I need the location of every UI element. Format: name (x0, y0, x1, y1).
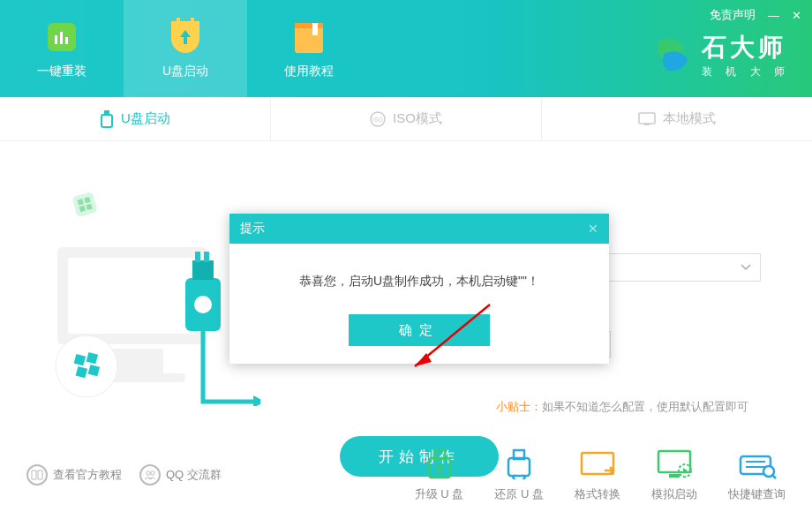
tip-label: 小贴士： (496, 400, 542, 413)
svg-text:ISO: ISO (372, 117, 384, 123)
usb-icon (100, 110, 114, 128)
usb-up-icon (420, 448, 459, 479)
svg-rect-16 (68, 258, 197, 334)
svg-rect-4 (177, 18, 180, 23)
book-icon (289, 18, 328, 56)
svg-rect-32 (204, 252, 209, 262)
subtab-usb[interactable]: U盘启动 (0, 97, 271, 140)
svg-marker-34 (253, 395, 260, 406)
tab-reinstall[interactable]: 一键重装 (0, 0, 124, 97)
link-label: 查看官方教程 (53, 467, 122, 483)
chevron-down-icon (741, 264, 751, 271)
action-format-convert[interactable]: 格式转换 (575, 448, 620, 502)
svg-rect-10 (102, 115, 112, 127)
disc-icon: ISO (370, 111, 386, 127)
subtab-label: 本地模式 (663, 110, 716, 127)
dialog-close-button[interactable]: ✕ (588, 222, 598, 236)
svg-point-33 (194, 296, 212, 313)
svg-rect-8 (312, 23, 318, 35)
book-open-icon (26, 464, 48, 486)
svg-rect-31 (195, 252, 200, 262)
action-simulate-boot[interactable]: 模拟启动 (651, 448, 697, 502)
dialog-titlebar: 提示 ✕ (229, 214, 609, 244)
link-label: QQ 交流群 (166, 467, 222, 483)
svg-rect-30 (192, 260, 214, 280)
dialog-title-text: 提示 (240, 221, 265, 237)
app-header: 一键重装 U盘启动 使用教程 石大师 装 机 大 师 免责声明 — ✕ (0, 0, 812, 97)
shield-icon (166, 18, 205, 56)
svg-rect-42 (658, 451, 690, 472)
tab-tutorial[interactable]: 使用教程 (247, 0, 371, 97)
svg-rect-1 (55, 35, 57, 44)
action-label: 模拟启动 (651, 486, 697, 502)
subtab-label: U盘启动 (121, 110, 170, 127)
svg-line-50 (772, 475, 776, 478)
monitor-play-icon (655, 448, 694, 479)
minimize-button[interactable]: — (768, 9, 779, 22)
action-restore-usb[interactable]: 还原 U 盘 (494, 448, 544, 502)
action-buttons: 升级 U 盘 还原 U 盘 格式转换 模拟启动 快捷键查询 (415, 448, 786, 502)
brand-subtitle: 装 机 大 师 (702, 64, 790, 79)
svg-rect-7 (295, 23, 323, 28)
svg-rect-13 (639, 113, 655, 124)
tip-text: 小贴士：如果不知道怎么配置，使用默认配置即可 (496, 399, 748, 415)
action-label: 升级 U 盘 (415, 486, 464, 502)
usb-refresh-icon (500, 448, 538, 479)
svg-rect-39 (508, 458, 530, 476)
dialog-ok-button[interactable]: 确定 (349, 314, 490, 346)
bottom-bar: 查看官方教程 QQ 交流群 升级 U 盘 还原 U 盘 格式转换 模拟 (0, 437, 812, 512)
keyboard-search-icon (738, 448, 777, 479)
main-content: 开始制作 小贴士：如果不知道怎么配置，使用默认配置即可 查看官方教程 QQ 交流… (0, 141, 812, 512)
action-upgrade-usb[interactable]: 升级 U 盘 (415, 448, 464, 502)
subtab-label: ISO模式 (393, 110, 442, 127)
success-dialog: 提示 ✕ 恭喜您，启动U盘制作成功，本机启动键""！ 确定 (229, 214, 609, 364)
brand: 石大师 装 机 大 师 (649, 31, 790, 79)
tip-body: 如果不知道怎么配置，使用默认配置即可 (542, 400, 748, 413)
close-button[interactable]: ✕ (792, 9, 801, 22)
qq-group-link[interactable]: QQ 交流群 (139, 464, 222, 486)
dialog-footer: 确定 (229, 314, 609, 364)
action-hotkey-lookup[interactable]: 快捷键查询 (728, 448, 786, 502)
usb-computer-illustration (31, 177, 260, 406)
bar-chart-icon (42, 18, 81, 56)
action-label: 还原 U 盘 (494, 486, 544, 502)
monitor-icon (638, 112, 656, 126)
people-icon (139, 464, 161, 486)
action-label: 快捷键查询 (728, 486, 786, 502)
convert-icon (578, 448, 617, 479)
dialog-message: 恭喜您，启动U盘制作成功，本机启动键""！ (229, 244, 609, 314)
tab-label: 一键重装 (37, 64, 86, 79)
tab-usb-boot[interactable]: U盘启动 (124, 0, 247, 97)
view-tutorial-link[interactable]: 查看官方教程 (26, 464, 122, 486)
svg-rect-43 (669, 474, 680, 478)
svg-rect-3 (65, 37, 68, 44)
main-nav: 一键重装 U盘启动 使用教程 (0, 0, 371, 97)
svg-point-36 (151, 471, 154, 474)
brand-title: 石大师 (702, 31, 790, 64)
brand-logo-icon (649, 34, 693, 78)
svg-rect-24 (71, 192, 97, 217)
svg-point-35 (147, 471, 150, 474)
brand-text: 石大师 装 机 大 师 (702, 31, 790, 79)
window-controls: 免责声明 — ✕ (710, 7, 801, 23)
subtab-local[interactable]: 本地模式 (542, 97, 812, 140)
svg-rect-2 (60, 32, 63, 44)
disclaimer-link[interactable]: 免责声明 (710, 7, 756, 23)
tab-label: 使用教程 (284, 64, 334, 79)
subtab-iso[interactable]: ISO ISO模式 (271, 97, 542, 140)
mode-subtabs: U盘启动 ISO ISO模式 本地模式 (0, 97, 812, 141)
svg-rect-14 (644, 124, 650, 125)
action-label: 格式转换 (575, 486, 620, 502)
bottom-links: 查看官方教程 QQ 交流群 (26, 464, 222, 486)
svg-point-19 (56, 335, 117, 397)
tab-label: U盘启动 (162, 64, 208, 79)
svg-rect-5 (191, 18, 194, 23)
